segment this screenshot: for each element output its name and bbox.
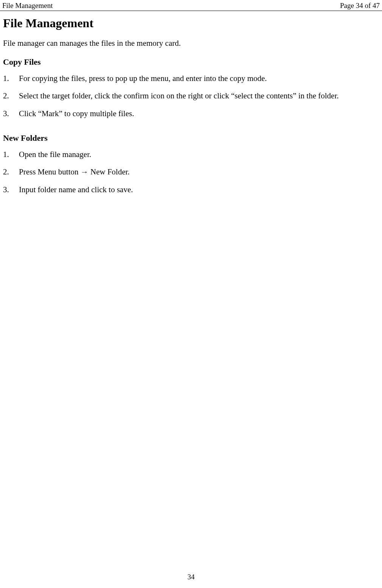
header-title: File Management [2, 2, 53, 10]
footer-page-number: 34 [188, 573, 195, 581]
page-title: File Management [3, 16, 379, 30]
page-header: File Management Page 34 of 47 [0, 0, 382, 11]
section-heading-copy-files: Copy Files [3, 57, 379, 67]
intro-paragraph: File manager can manages the files in th… [3, 39, 379, 48]
page-footer: 34 [0, 573, 382, 581]
list-item: Click “Mark” to copy multiple files. [3, 108, 379, 119]
list-item: Select the target folder, click the conf… [3, 90, 379, 101]
section-heading-new-folders: New Folders [3, 133, 379, 143]
list-item: Open the file manager. [3, 149, 379, 160]
list-item: Input folder name and click to save. [3, 184, 379, 195]
list-item: For copying the files, press to pop up t… [3, 73, 379, 84]
header-page-info: Page 34 of 47 [340, 2, 380, 10]
page-content: File Management File manager can manages… [0, 11, 382, 195]
list-item: Press Menu button → New Folder. [3, 166, 379, 177]
copy-files-list: For copying the files, press to pop up t… [3, 73, 379, 119]
new-folders-list: Open the file manager. Press Menu button… [3, 149, 379, 195]
